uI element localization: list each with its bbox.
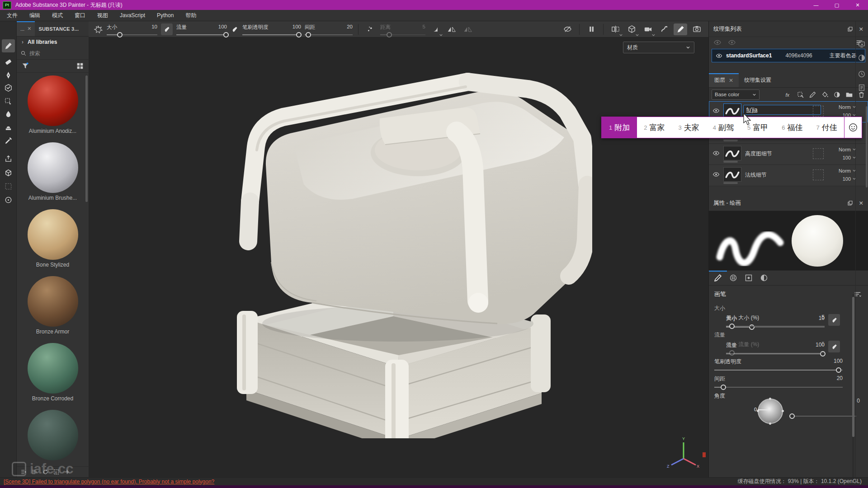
layer-blend-opacity[interactable]: Norm100	[833, 167, 856, 183]
slider-knob[interactable]	[306, 32, 311, 38]
material-item[interactable]: Aluminium Brushe...	[21, 142, 85, 201]
chevron-right-icon[interactable]: ›	[20, 40, 25, 44]
angle-dial[interactable]	[758, 399, 783, 424]
brush-slider-最小 流量 (%)[interactable]: 最小 流量 (%)5	[726, 341, 825, 353]
close-icon[interactable]: ✕	[27, 26, 31, 32]
close-icon[interactable]: ✕	[729, 77, 733, 84]
menu-item-文件[interactable]: 文件	[1, 10, 24, 21]
pencil-icon[interactable]	[809, 91, 816, 99]
layer-mask-thumbnail[interactable]	[813, 169, 824, 180]
ime-selected-candidate[interactable]: 1附加	[602, 117, 637, 138]
alpha-pattern-icon[interactable]	[729, 273, 738, 282]
pen-pressure-icon[interactable]	[831, 343, 838, 350]
material-ball[interactable]	[28, 276, 78, 327]
effect-icon[interactable]: fx	[784, 91, 792, 99]
channel-dropdown[interactable]: Base color	[712, 89, 760, 100]
layer-mask-thumbnail[interactable]	[813, 106, 824, 117]
projection-icon[interactable]	[4, 71, 13, 80]
viewport-3d[interactable]: 材质 Y X Z	[89, 38, 708, 477]
export-icon[interactable]	[4, 155, 13, 163]
brush-alpha-icon[interactable]	[94, 25, 103, 34]
menu-item-JavaScript[interactable]: JavaScript	[114, 10, 151, 21]
smiley-icon[interactable]	[844, 117, 862, 138]
toolbar-slider-大小[interactable]: 大小10	[107, 23, 157, 36]
paint-tool-icon[interactable]	[2, 39, 15, 52]
layer-row[interactable]: 法线细节Norm100	[709, 165, 868, 186]
maximize-button[interactable]: ▢	[826, 0, 847, 10]
projection-mode-icon[interactable]	[611, 25, 620, 33]
gizmo-icon[interactable]	[4, 196, 13, 204]
lazy-mouse-icon[interactable]	[657, 23, 671, 35]
slider-knob[interactable]	[117, 32, 123, 38]
selection-icon[interactable]	[4, 97, 13, 106]
tab-layers[interactable]: 图层 ✕	[709, 73, 739, 87]
clone-icon[interactable]	[4, 123, 13, 132]
camera-icon[interactable]	[641, 23, 655, 35]
eye-icon[interactable]	[712, 107, 720, 114]
slider-knob[interactable]	[729, 324, 735, 329]
slider-knob[interactable]	[729, 350, 735, 356]
eye-icon-2[interactable]	[728, 38, 736, 47]
layer-thumbnail[interactable]	[723, 167, 741, 182]
symmetry-icon[interactable]	[447, 25, 456, 34]
smudge-icon[interactable]	[2, 108, 15, 121]
material-ball[interactable]	[28, 142, 78, 193]
falloff-icon[interactable]	[432, 26, 439, 33]
hide-ui-icon[interactable]	[563, 25, 572, 33]
ime-candidate[interactable]: 4副驾	[706, 117, 741, 138]
layer-thumbnail[interactable]	[723, 103, 741, 118]
close-button[interactable]: ✕	[847, 0, 868, 10]
symmetry-icon[interactable]	[445, 23, 458, 35]
toolbar-slider-距离[interactable]: 距离5	[380, 23, 425, 36]
menu-item-视图[interactable]: 视图	[91, 10, 114, 21]
polygon-fill-icon[interactable]	[2, 81, 15, 94]
breadcrumb[interactable]: All libraries	[28, 39, 57, 45]
projection-icon[interactable]	[2, 69, 15, 82]
material-item[interactable]	[21, 410, 85, 460]
properties-scrollbar[interactable]	[852, 294, 854, 488]
toolbar-slider-笔刷透明度[interactable]: 笔刷透明度100	[242, 23, 301, 36]
grid-view-icon[interactable]	[76, 62, 84, 70]
axis-gizmo[interactable]: Y X Z	[665, 435, 702, 471]
float-panel-icon[interactable]	[847, 26, 854, 33]
perspective-icon[interactable]	[625, 23, 638, 35]
export-icon[interactable]	[2, 152, 15, 165]
lazy-mouse-icon[interactable]	[660, 25, 669, 33]
tab-texture-set-settings[interactable]: 纹理集设置	[739, 73, 777, 87]
angle-slider-knob[interactable]	[789, 413, 795, 419]
display-icon[interactable]	[858, 40, 866, 48]
menu-item-Python[interactable]: Python	[151, 10, 179, 21]
model-3d-crate[interactable]	[203, 50, 592, 438]
pen-pressure-icon[interactable]	[231, 26, 238, 33]
ime-candidate[interactable]: 2富家	[637, 117, 671, 138]
slider-knob[interactable]	[223, 32, 229, 38]
status-error-message[interactable]: [Scene 3D] Failed to triangulate polygon…	[4, 479, 214, 485]
layer-mask-thumbnail[interactable]	[813, 148, 824, 159]
menu-item-帮助[interactable]: 帮助	[179, 10, 202, 21]
material-item[interactable]: Aluminium Anodiz...	[21, 75, 85, 134]
pen-pressure-icon[interactable]	[831, 317, 838, 324]
pie-icon[interactable]	[833, 91, 841, 99]
brush-slider-最小 大小 (%)[interactable]: 最小 大小 (%)5	[726, 314, 825, 327]
slider-knob[interactable]	[836, 367, 841, 373]
pen-pressure-icon[interactable]	[161, 23, 173, 35]
material-ball[interactable]	[28, 343, 78, 394]
bake-icon[interactable]	[4, 169, 13, 177]
pen-pressure-icon[interactable]	[163, 26, 170, 33]
falloff-icon[interactable]	[429, 23, 442, 35]
toolbar-slider-间距[interactable]: 间距20	[305, 23, 353, 36]
frame-icon[interactable]	[4, 182, 13, 191]
layer-rename-input[interactable]: fu'jia	[743, 105, 821, 115]
material-ball[interactable]	[28, 209, 78, 260]
sphere-icon[interactable]	[858, 54, 866, 62]
ime-candidate[interactable]: 3夫家	[671, 117, 706, 138]
eraser-icon[interactable]	[4, 57, 13, 66]
gizmo-icon[interactable]	[2, 193, 15, 206]
shader-dropdown[interactable]: 材质	[623, 42, 694, 53]
clone-icon[interactable]	[2, 121, 15, 134]
tab-more[interactable]: ... ✕	[17, 21, 35, 36]
material-ball[interactable]	[28, 410, 78, 460]
scatter-icon[interactable]	[366, 25, 374, 33]
float-panel-icon[interactable]	[847, 200, 854, 206]
texture-set-row[interactable]: standardSurface1 4096x4096 主要着色器	[712, 49, 865, 62]
